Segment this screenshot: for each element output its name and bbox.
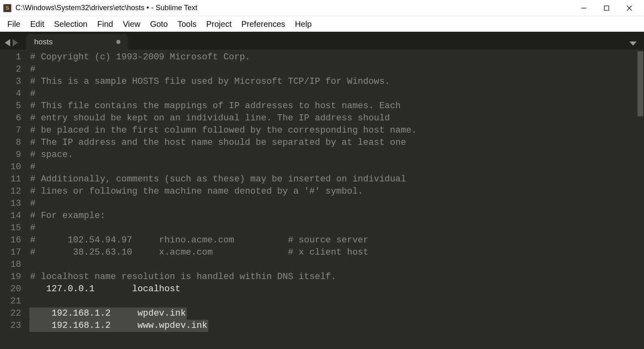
line-number: 15 bbox=[0, 222, 21, 234]
code-area[interactable]: # Copyright (c) 1993-2009 Microsoft Corp… bbox=[26, 50, 633, 349]
menu-edit[interactable]: Edit bbox=[25, 17, 49, 31]
code-line[interactable]: # The IP address and the host name shoul… bbox=[30, 137, 633, 149]
chevron-down-icon bbox=[629, 41, 637, 46]
code-line[interactable]: # be placed in the first column followed… bbox=[30, 124, 633, 137]
minimize-button[interactable] bbox=[572, 0, 595, 16]
code-line[interactable]: # 102.54.94.97 rhino.acme.com # source s… bbox=[30, 234, 633, 246]
line-number: 11 bbox=[0, 173, 21, 185]
line-number: 18 bbox=[0, 259, 21, 271]
editor[interactable]: 1234567891011121314151617181920212223 # … bbox=[0, 50, 644, 349]
tab-dirty-indicator-icon bbox=[116, 40, 120, 44]
code-line[interactable]: # This file contains the mappings of IP … bbox=[30, 100, 633, 112]
window-title: C:\Windows\System32\drivers\etc\hosts • … bbox=[15, 4, 572, 12]
code-line[interactable]: # bbox=[30, 63, 633, 76]
tab-history-forward-icon[interactable] bbox=[13, 39, 18, 46]
code-line[interactable]: # lines or following the machine name de… bbox=[30, 185, 633, 198]
line-number: 9 bbox=[0, 149, 21, 161]
line-number: 14 bbox=[0, 210, 21, 222]
maximize-button[interactable] bbox=[595, 0, 618, 16]
menu-goto[interactable]: Goto bbox=[145, 17, 172, 31]
line-number: 10 bbox=[0, 161, 21, 173]
line-number: 20 bbox=[0, 283, 21, 295]
app-icon-letter: S bbox=[6, 5, 9, 11]
code-line[interactable]: # bbox=[30, 161, 633, 173]
tabbar: hosts bbox=[0, 32, 644, 50]
menubar: File Edit Selection Find View Goto Tools… bbox=[0, 16, 644, 32]
line-number: 22 bbox=[0, 308, 21, 320]
code-line[interactable]: 127.0.0.1 localhost bbox=[30, 283, 633, 295]
line-number: 2 bbox=[0, 63, 21, 76]
line-number: 8 bbox=[0, 137, 21, 149]
line-number: 4 bbox=[0, 88, 21, 100]
menu-view[interactable]: View bbox=[118, 17, 145, 31]
line-number: 12 bbox=[0, 185, 21, 198]
vertical-scrollbar[interactable] bbox=[637, 51, 643, 116]
line-number: 5 bbox=[0, 100, 21, 112]
menu-project[interactable]: Project bbox=[201, 17, 236, 31]
line-number: 6 bbox=[0, 112, 21, 124]
tab-nav bbox=[2, 39, 22, 50]
code-line[interactable]: # space. bbox=[30, 149, 633, 161]
code-line[interactable]: # For example: bbox=[30, 210, 633, 222]
gutter: 1234567891011121314151617181920212223 bbox=[0, 50, 26, 349]
code-line[interactable]: # Additionally, comments (such as these)… bbox=[30, 173, 633, 185]
menu-find[interactable]: Find bbox=[92, 17, 118, 31]
code-line[interactable] bbox=[30, 259, 633, 271]
code-line[interactable]: # 38.25.63.10 x.acme.com # x client host bbox=[30, 246, 633, 259]
code-line[interactable]: 192.168.1.2 wpdev.ink bbox=[30, 308, 633, 320]
code-line[interactable]: # bbox=[30, 88, 633, 100]
line-number: 7 bbox=[0, 124, 21, 137]
menu-preferences[interactable]: Preferences bbox=[236, 17, 290, 31]
tab-hosts[interactable]: hosts bbox=[26, 34, 128, 50]
menu-tools[interactable]: Tools bbox=[172, 17, 201, 31]
code-line[interactable]: # bbox=[30, 198, 633, 210]
tab-overflow-button[interactable] bbox=[629, 41, 642, 50]
titlebar: S C:\Windows\System32\drivers\etc\hosts … bbox=[0, 0, 644, 16]
window-controls bbox=[572, 0, 641, 16]
code-line[interactable]: 192.168.1.2 www.wpdev.ink bbox=[30, 320, 633, 332]
code-line[interactable]: # bbox=[30, 222, 633, 234]
line-number: 17 bbox=[0, 246, 21, 259]
line-number: 19 bbox=[0, 271, 21, 283]
tab-label: hosts bbox=[34, 37, 108, 46]
line-number: 21 bbox=[0, 295, 21, 308]
line-number: 13 bbox=[0, 198, 21, 210]
code-line[interactable] bbox=[30, 295, 633, 308]
line-number: 16 bbox=[0, 234, 21, 246]
tab-history-back-icon[interactable] bbox=[5, 39, 10, 46]
line-number: 23 bbox=[0, 320, 21, 332]
menu-file[interactable]: File bbox=[2, 17, 25, 31]
code-line[interactable]: # Copyright (c) 1993-2009 Microsoft Corp… bbox=[30, 51, 633, 63]
code-line[interactable]: # entry should be kept on an individual … bbox=[30, 112, 633, 124]
close-button[interactable] bbox=[618, 0, 641, 16]
line-number: 3 bbox=[0, 76, 21, 88]
code-line[interactable]: # This is a sample HOSTS file used by Mi… bbox=[30, 76, 633, 88]
menu-help[interactable]: Help bbox=[290, 17, 317, 31]
app-icon: S bbox=[3, 4, 11, 12]
svg-rect-1 bbox=[605, 6, 609, 10]
code-line[interactable]: # localhost name resolution is handled w… bbox=[30, 271, 633, 283]
menu-selection[interactable]: Selection bbox=[49, 17, 92, 31]
line-number: 1 bbox=[0, 51, 21, 63]
